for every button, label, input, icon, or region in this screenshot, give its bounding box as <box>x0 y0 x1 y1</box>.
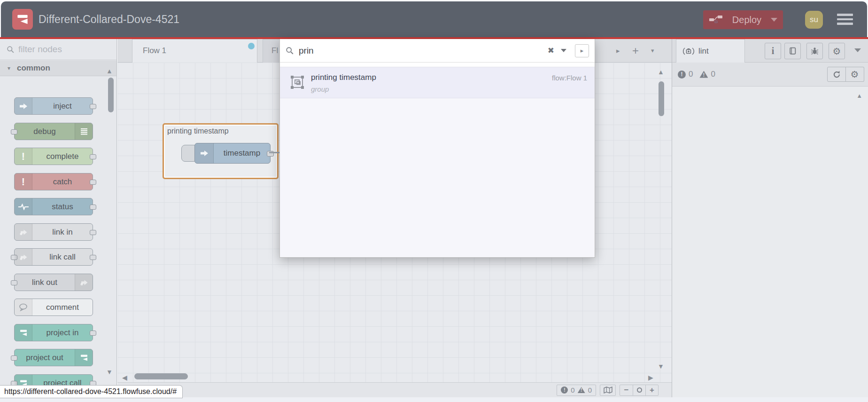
lint-refresh-button[interactable] <box>827 67 846 82</box>
palette-node-project-in[interactable]: project in <box>14 324 93 341</box>
footer-notification-counts[interactable]: ! 0 ! 0 <box>557 385 596 396</box>
debug-tab-button[interactable] <box>806 43 823 59</box>
palette-filter-input[interactable] <box>18 44 93 55</box>
status-url-tooltip: https://different-collared-dove-4521.flo… <box>0 385 183 398</box>
palette-node-label: link in <box>32 224 93 240</box>
inject-arrow-icon <box>195 143 214 163</box>
hamburger-icon <box>837 18 853 21</box>
inject-node-timestamp[interactable]: timestamp <box>194 143 271 164</box>
exclaim-icon: ! <box>15 148 32 165</box>
tab-lint[interactable]: lint <box>676 39 745 63</box>
palette-node-catch[interactable]: !catch <box>14 173 93 190</box>
tab-scroll-right-icon[interactable]: ▸ <box>616 39 620 63</box>
palette-node-label: project out <box>15 349 75 366</box>
palette-node-label: complete <box>32 148 93 165</box>
bug-icon <box>811 47 819 55</box>
exclaim-icon: ! <box>15 173 32 190</box>
zoom-in-button[interactable]: + <box>645 385 658 395</box>
pulse-icon <box>15 198 32 215</box>
error-icon: ! <box>561 386 568 394</box>
book-icon <box>789 47 797 55</box>
zoom-reset-icon <box>637 387 642 393</box>
palette-filter-row <box>0 39 116 60</box>
footer-warning-count: 0 <box>588 386 592 394</box>
palette-node-link-call[interactable]: link call <box>14 248 93 266</box>
map-icon <box>604 386 612 394</box>
palette-node-label: comment <box>32 299 93 315</box>
group-printing-timestamp[interactable]: printing timestamp timestamp <box>163 123 279 179</box>
palette-node-comment[interactable]: comment <box>14 299 93 316</box>
user-avatar[interactable]: su <box>805 11 823 29</box>
gear-icon: ⚙ <box>833 47 841 56</box>
palette-node-project-out[interactable]: project out <box>14 349 93 366</box>
palette-node-complete[interactable]: !complete <box>14 148 93 165</box>
navigator-map-button[interactable] <box>600 385 616 396</box>
search-dialog: ✖ ▸ pri <box>279 39 595 258</box>
zoom-reset-button[interactable] <box>633 385 645 395</box>
canvas-scroll-up-icon[interactable]: ▲ <box>658 68 664 76</box>
lint-warning-count: 0 <box>711 70 715 79</box>
canvas-hscrollbar-thumb[interactable] <box>134 373 188 379</box>
refresh-icon <box>833 71 841 79</box>
sidebar-scroll-up-icon[interactable]: ▲ <box>856 92 862 99</box>
clear-search-icon[interactable]: ✖ <box>546 46 556 55</box>
right-sidebar: lint i ⚙ ! <box>672 39 868 397</box>
tab-flow-2-label: Fl <box>271 46 278 55</box>
header: Different-Collared-Dove-4521 Deploy su <box>1 1 867 37</box>
sidebar-tabbar: lint i ⚙ <box>672 39 868 63</box>
tab-lint-label: lint <box>698 47 709 56</box>
main-menu-button[interactable] <box>837 14 853 27</box>
info-tab-button[interactable]: i <box>765 43 781 59</box>
palette-node-debug[interactable]: debug <box>14 123 93 140</box>
sidebar-menu-caret-icon[interactable] <box>854 48 861 52</box>
palette-scrollbar-thumb[interactable] <box>108 78 114 112</box>
lint-kit-icon <box>683 47 694 55</box>
zoom-out-button[interactable]: − <box>620 385 633 395</box>
canvas-scroll-right-icon[interactable]: ▶ <box>648 374 653 381</box>
palette-node-inject[interactable]: inject <box>14 97 93 115</box>
palette-node-status[interactable]: status <box>14 198 93 215</box>
search-icon <box>286 47 294 55</box>
palette-node-link-out[interactable]: link out <box>14 274 93 291</box>
deploy-nodes-icon <box>709 14 723 25</box>
tab-flow-1-label: Flow 1 <box>143 46 166 55</box>
warning-icon: ! <box>699 71 708 78</box>
palette-node-link-in[interactable]: link in <box>14 223 93 241</box>
palette-scroll-up-icon[interactable]: ▲ <box>106 67 113 75</box>
node-palette: ▾ common injectdebug!complete!catchstatu… <box>0 39 117 397</box>
search-icon <box>7 46 15 54</box>
deploy-button[interactable]: Deploy <box>703 10 783 29</box>
link-icon <box>75 274 93 291</box>
list-icon <box>75 123 93 140</box>
canvas-scroll-down-icon[interactable]: ▼ <box>658 363 664 370</box>
search-input-row: ✖ ▸ <box>280 39 595 63</box>
canvas-scroll-left-icon[interactable]: ◀ <box>122 374 127 381</box>
info-icon: i <box>772 46 775 56</box>
group-icon <box>290 75 304 91</box>
canvas-vscrollbar-thumb[interactable] <box>659 81 664 116</box>
palette-node-label: debug <box>15 123 75 140</box>
deploy-label: Deploy <box>728 15 766 25</box>
search-options-caret-icon[interactable] <box>561 49 566 52</box>
add-flow-icon[interactable]: + <box>632 39 639 63</box>
result-title: printing timestamp <box>311 73 376 82</box>
palette-node-label: link out <box>15 274 75 291</box>
lint-error-count: 0 <box>689 70 693 79</box>
error-icon: ! <box>678 71 686 79</box>
palette-node-label: inject <box>32 98 93 114</box>
tab-flow-1[interactable]: Flow 1 <box>132 39 257 63</box>
palette-scroll-down-icon[interactable]: ▼ <box>106 368 113 376</box>
comment-icon <box>15 299 32 315</box>
project-icon <box>15 324 32 341</box>
zoom-controls: − + <box>620 385 659 396</box>
lint-settings-button[interactable]: ⚙ <box>845 67 864 82</box>
help-tab-button[interactable] <box>784 43 801 59</box>
link-icon <box>15 224 32 240</box>
search-result-row[interactable]: printing timestamp group flow:Flow 1 <box>280 67 595 98</box>
search-expand-button[interactable]: ▸ <box>575 44 589 57</box>
search-input[interactable] <box>299 46 541 56</box>
deploy-options-caret-icon[interactable] <box>771 18 777 22</box>
config-tab-button[interactable]: ⚙ <box>829 43 845 59</box>
palette-category-common[interactable]: ▾ common <box>0 61 116 76</box>
flow-list-caret-icon[interactable]: ▾ <box>651 39 654 63</box>
